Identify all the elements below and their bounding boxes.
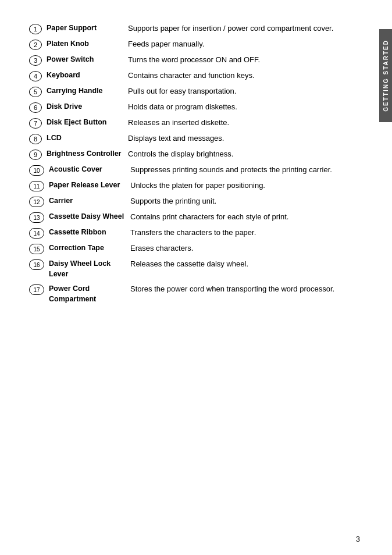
item-description: Erases characters.	[130, 243, 357, 254]
item-number: 11	[29, 181, 44, 191]
list-item: 9Brightness ControllerControls the displ…	[29, 149, 357, 160]
item-number: 5	[29, 87, 42, 97]
item-label: Disk Eject Button	[47, 118, 128, 128]
side-tab: GETTING STARTED	[379, 29, 392, 122]
item-label: Paper Release Lever	[49, 180, 130, 191]
item-label: Platen Knob	[47, 39, 128, 49]
list-item: 11Paper Release LeverUnlocks the platen …	[29, 180, 357, 191]
item-number: 4	[29, 71, 42, 81]
item-description: Contains print characters for each style…	[130, 212, 357, 223]
item-label: Carrying Handle	[47, 86, 128, 97]
item-label: Power Cord Compartment	[49, 284, 130, 304]
item-number: 7	[29, 118, 42, 129]
item-description: Pulls out for easy transportation.	[128, 86, 357, 97]
item-description: Feeds paper manually.	[128, 39, 357, 50]
item-description: Releases an inserted diskette.	[128, 118, 357, 129]
item-number: 9	[29, 150, 42, 160]
item-label: Cassette Daisy Wheel	[49, 212, 130, 222]
item-number: 3	[29, 55, 42, 66]
list-item: 16Daisy Wheel Lock LeverReleases the cas…	[29, 259, 357, 279]
list-item: 13Cassette Daisy WheelContains print cha…	[29, 212, 357, 223]
item-label: Carrier	[49, 196, 130, 207]
item-number: 14	[29, 228, 44, 239]
item-description: Transfers the characters to the paper.	[130, 227, 357, 239]
item-description: Turns the word processor ON and OFF.	[128, 55, 357, 66]
item-description: Unlocks the platen for paper positioning…	[130, 180, 357, 191]
item-description: Suppresses printing sounds and protects …	[130, 165, 357, 176]
list-item: 14Cassette RibbonTransfers the character…	[29, 227, 357, 239]
list-item: 17Power Cord CompartmentStores the power…	[29, 284, 357, 304]
item-number: 15	[29, 244, 44, 254]
list-item: 15Correction TapeErases characters.	[29, 243, 357, 254]
item-label: Cassette Ribbon	[49, 227, 130, 238]
item-number: 16	[29, 259, 44, 270]
list-item: 10Acoustic CoverSuppresses printing soun…	[29, 165, 357, 176]
item-label: Correction Tape	[49, 243, 130, 254]
list-item: 5Carrying HandlePulls out for easy trans…	[29, 86, 357, 97]
item-description: Controls the display brightness.	[128, 149, 357, 160]
item-label: Brightness Controller	[47, 149, 128, 159]
item-label: Acoustic Cover	[49, 165, 130, 175]
list-item: 12CarrierSupports the printing unit.	[29, 196, 357, 207]
item-number: 13	[29, 212, 44, 223]
item-number: 1	[29, 24, 42, 34]
item-number: 17	[29, 284, 44, 295]
list-item: 3Power SwitchTurns the word processor ON…	[29, 55, 357, 66]
item-description: Contains character and function keys.	[128, 70, 357, 81]
item-description: Supports the printing unit.	[130, 196, 357, 207]
list-item: 6Disk DriveHolds data or program diskett…	[29, 102, 357, 113]
item-number: 8	[29, 134, 42, 144]
item-number: 10	[29, 165, 44, 176]
page-number: 3	[356, 535, 360, 543]
item-description: Displays text and messages.	[128, 133, 357, 144]
item-label: Paper Support	[47, 23, 128, 34]
list-item: 2Platen KnobFeeds paper manually.	[29, 39, 357, 50]
side-tab-text: GETTING STARTED	[383, 40, 389, 112]
items-list: 1Paper SupportSupports paper for inserti…	[29, 23, 357, 304]
item-label: LCD	[47, 133, 128, 144]
list-item: 7Disk Eject ButtonReleases an inserted d…	[29, 118, 357, 129]
page-container: GETTING STARTED 1Paper SupportSupports p…	[0, 0, 392, 555]
item-number: 6	[29, 102, 42, 113]
item-description: Releases the cassette daisy wheel.	[130, 259, 357, 270]
item-number: 2	[29, 40, 42, 50]
item-description: Supports paper for insertion / power cor…	[128, 23, 357, 34]
item-label: Power Switch	[47, 55, 128, 65]
list-item: 8LCDDisplays text and messages.	[29, 133, 357, 144]
item-label: Daisy Wheel Lock Lever	[49, 259, 130, 279]
list-item: 1Paper SupportSupports paper for inserti…	[29, 23, 357, 34]
item-description: Holds data or program diskettes.	[128, 102, 357, 113]
item-label: Disk Drive	[47, 102, 128, 112]
item-number: 12	[29, 197, 44, 207]
item-label: Keyboard	[47, 70, 128, 81]
item-description: Stores the power cord when transporting …	[130, 284, 357, 295]
list-item: 4KeyboardContains character and function…	[29, 70, 357, 81]
